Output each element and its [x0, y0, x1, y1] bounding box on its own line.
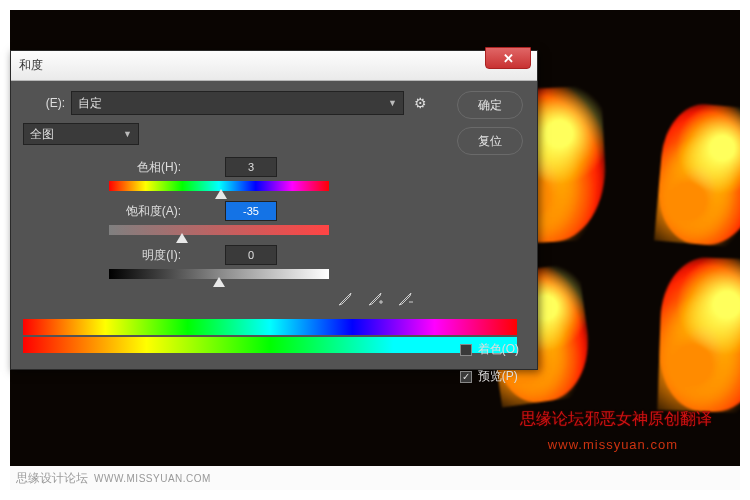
reset-button[interactable]: 复位 [457, 127, 523, 155]
channel-dropdown[interactable]: 全图 ▼ [23, 123, 139, 145]
hue-slider[interactable] [109, 181, 329, 191]
dialog-title: 和度 [19, 57, 43, 74]
watermark-text-url: www.missyuan.com [548, 437, 678, 452]
dialog-titlebar[interactable]: 和度 [11, 51, 537, 81]
eyedropper-icon[interactable] [335, 289, 355, 309]
eyedropper-subtract-icon[interactable] [395, 289, 415, 309]
preview-checkbox[interactable] [460, 371, 472, 383]
colorize-checkbox[interactable] [460, 344, 472, 356]
spectrum-bar-bottom [23, 337, 517, 353]
saturation-value-input[interactable]: -35 [225, 201, 277, 221]
hue-thumb[interactable] [215, 189, 227, 199]
close-button[interactable] [485, 47, 531, 69]
hue-saturation-dialog: 和度 (E): 自定 ▼ ⚙ 全图 ▼ 色相(H): 3 饱和度(A): -35 [10, 50, 538, 370]
channel-value: 全图 [30, 126, 54, 143]
lightness-value-input[interactable]: 0 [225, 245, 277, 265]
preview-label: 预览(P) [478, 368, 518, 385]
footer-site: 思缘设计论坛 [16, 470, 88, 487]
lightness-thumb[interactable] [213, 277, 225, 287]
saturation-thumb[interactable] [176, 233, 188, 243]
preset-label: (E): [17, 96, 71, 110]
ok-button[interactable]: 确定 [457, 91, 523, 119]
hue-value-input[interactable]: 3 [225, 157, 277, 177]
colorize-label: 着色(O) [478, 341, 519, 358]
lightness-label: 明度(I): [17, 247, 187, 264]
hue-label: 色相(H): [17, 159, 187, 176]
preset-dropdown[interactable]: 自定 ▼ [71, 91, 404, 115]
page-footer: 思缘设计论坛 WWW.MISSYUAN.COM [10, 466, 740, 490]
preset-value: 自定 [78, 95, 102, 112]
spectrum-bar-top [23, 319, 517, 335]
chevron-down-icon: ▼ [123, 129, 132, 139]
saturation-label: 饱和度(A): [17, 203, 187, 220]
watermark-text-cn: 思缘论坛邪恶女神原创翻译 [520, 409, 712, 430]
chevron-down-icon: ▼ [388, 98, 397, 108]
lightness-slider[interactable] [109, 269, 329, 279]
eyedropper-add-icon[interactable] [365, 289, 385, 309]
footer-url: WWW.MISSYUAN.COM [94, 473, 211, 484]
saturation-slider[interactable] [109, 225, 329, 235]
gear-icon[interactable]: ⚙ [414, 95, 427, 111]
